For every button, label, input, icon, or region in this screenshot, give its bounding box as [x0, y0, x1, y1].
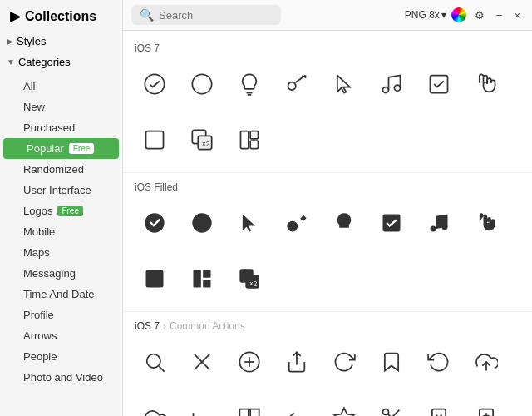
styles-group[interactable]: ▶ Styles [0, 31, 122, 52]
icon-filled-lightbulb[interactable] [321, 200, 367, 245]
close-button[interactable]: × [510, 7, 524, 23]
sidebar-item-logos[interactable]: Logos Free [0, 201, 122, 221]
icon-circle[interactable] [179, 61, 224, 106]
sidebar-item-mobile[interactable]: Mobile [0, 221, 122, 242]
common-actions-grid-row1 [123, 335, 532, 391]
ios-filled-grid-row1 [123, 196, 532, 252]
collections-header[interactable]: ▶ Collections [0, 0, 122, 31]
icon-refresh[interactable] [321, 339, 367, 384]
icon-rotate-ccw[interactable] [416, 339, 461, 384]
icon-scissors[interactable] [368, 394, 414, 416]
sidebar-item-randomized[interactable]: Randomized [0, 159, 122, 180]
icon-close-x[interactable] [179, 339, 224, 384]
svg-rect-11 [430, 75, 447, 92]
breadcrumb-parent[interactable]: iOS 7 [135, 320, 160, 332]
format-label: PNG 8x [405, 9, 440, 21]
icon-filled-checkbox[interactable] [368, 200, 414, 245]
sidebar-item-messaging[interactable]: Messaging [0, 263, 122, 284]
icon-filled-music-note[interactable] [416, 200, 461, 245]
svg-point-19 [192, 213, 211, 232]
svg-marker-41 [334, 408, 353, 416]
section-divider-2 [123, 311, 532, 312]
sidebar-item-people[interactable]: People [0, 346, 122, 367]
breadcrumb-child: Common Actions [170, 320, 245, 332]
sidebar-item-user-interface[interactable]: User Interface [0, 180, 122, 201]
icon-rotate-undo[interactable] [179, 394, 224, 416]
svg-marker-20 [242, 214, 254, 231]
svg-line-32 [159, 366, 164, 371]
icon-bookmark-x[interactable] [416, 394, 461, 416]
sidebar-item-maps[interactable]: Maps [0, 242, 122, 263]
sidebar-item-popular[interactable]: Popular Free [3, 138, 119, 159]
icon-checkmark-circle[interactable] [131, 61, 177, 106]
icon-share[interactable] [273, 339, 319, 384]
sidebar-item-profile[interactable]: Profile [0, 305, 122, 325]
icon-bookmark-add[interactable] [463, 394, 509, 416]
icon-filled-cursor[interactable] [226, 200, 272, 245]
icon-star[interactable] [321, 394, 367, 416]
all-label: All [23, 80, 35, 92]
icon-square-x2[interactable]: ×2 [179, 116, 224, 162]
toolbar-right: PNG 8x ▾ ⚙ − × [405, 7, 524, 23]
sidebar-item-arrows[interactable]: Arrows [0, 325, 122, 346]
ios7-grid-row1 [123, 57, 532, 113]
icon-lightbulb[interactable] [226, 61, 272, 106]
svg-point-4 [288, 82, 295, 89]
sidebar-item-all[interactable]: All [0, 76, 122, 97]
icon-key[interactable] [273, 61, 319, 106]
svg-rect-25 [193, 270, 200, 287]
icon-cloud-down[interactable] [131, 394, 177, 416]
sidebar: ▶ Collections ▶ Styles ▼ Categories All … [0, 0, 123, 416]
icon-filled-key[interactable] [273, 200, 319, 245]
icon-add-circle[interactable] [226, 339, 272, 384]
svg-rect-24 [145, 270, 163, 287]
categories-list: All New Purchased Popular Free Randomize… [0, 72, 122, 391]
format-badge[interactable]: PNG 8x ▾ [405, 9, 446, 21]
svg-point-31 [146, 354, 160, 367]
popular-label: Popular [27, 142, 64, 155]
icon-filled-hand[interactable] [463, 200, 509, 245]
icon-bookmark[interactable] [368, 339, 414, 384]
svg-point-1 [192, 74, 211, 93]
minimize-button[interactable]: − [493, 7, 506, 23]
icon-search[interactable] [131, 339, 177, 384]
maps-label: Maps [23, 246, 50, 259]
popular-badge: Free [69, 143, 95, 154]
chevron-down-icon: ▼ [7, 57, 15, 67]
time-and-date-label: Time And Date [23, 288, 95, 300]
ios-filled-section-label: iOS Filled [123, 176, 532, 196]
mobile-label: Mobile [23, 225, 55, 238]
icon-layout-grid[interactable] [226, 116, 272, 162]
icon-filled-checkmark-circle[interactable] [131, 200, 177, 245]
icon-hand-point[interactable] [463, 61, 509, 106]
icon-music-note[interactable] [368, 61, 414, 106]
icon-filled-circle[interactable] [179, 200, 224, 245]
categories-group[interactable]: ▼ Categories [0, 52, 122, 72]
sidebar-item-new[interactable]: New [0, 97, 122, 117]
svg-rect-27 [203, 280, 210, 287]
sidebar-item-purchased[interactable]: Purchased [0, 117, 122, 138]
icon-reply[interactable] [273, 394, 319, 416]
color-picker-icon[interactable] [451, 7, 466, 22]
search-box[interactable]: 🔍 [131, 5, 281, 25]
icon-checkbox[interactable] [416, 61, 461, 106]
breadcrumb-separator: › [163, 320, 166, 332]
icon-filled-x2[interactable]: ×2 [226, 255, 272, 301]
settings-button[interactable]: ⚙ [471, 7, 488, 23]
search-input[interactable] [159, 9, 273, 22]
ios7-section-label: iOS 7 [123, 37, 532, 57]
icon-filled-square[interactable] [131, 255, 177, 301]
svg-point-10 [394, 85, 400, 91]
sidebar-item-time-and-date[interactable]: Time And Date [0, 284, 122, 305]
icon-cursor[interactable] [321, 61, 367, 106]
svg-text:×2: ×2 [249, 280, 258, 288]
icon-square[interactable] [131, 116, 177, 162]
content-area: iOS 7 [123, 31, 532, 416]
common-actions-grid-row2 [123, 391, 532, 416]
sidebar-item-photo-and-video[interactable]: Photo and Video [0, 367, 122, 388]
icon-book-open[interactable] [226, 394, 272, 416]
icon-filled-layout[interactable] [179, 255, 224, 301]
categories-label: Categories [18, 56, 71, 68]
icon-cloud-upload[interactable] [463, 339, 509, 384]
svg-rect-16 [240, 131, 248, 148]
